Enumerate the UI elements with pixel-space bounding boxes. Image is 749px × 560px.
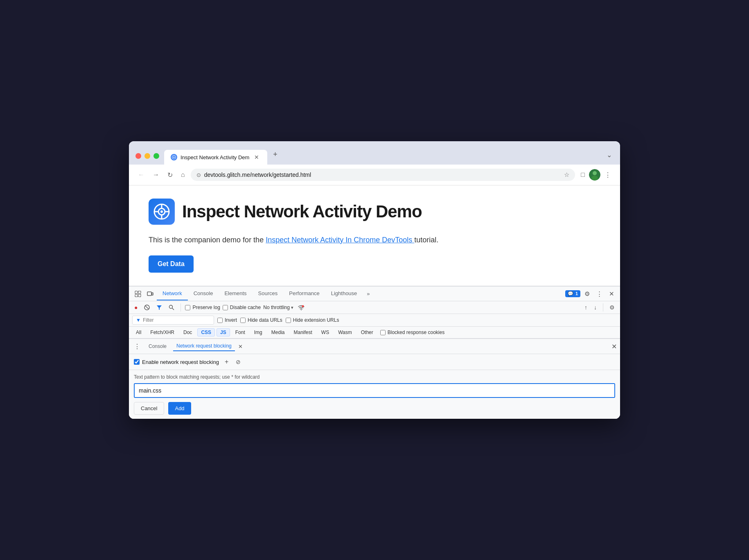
minimize-traffic-light[interactable] bbox=[144, 153, 150, 159]
filter-input-wrapper: ▼ bbox=[132, 316, 214, 325]
disable-cache-input[interactable] bbox=[223, 305, 228, 310]
address-input[interactable] bbox=[204, 172, 561, 178]
blocking-panel-tab[interactable]: Network request blocking bbox=[173, 341, 235, 351]
bottom-panel-header: ⋮ Console Network request blocking ✕ ✕ bbox=[129, 339, 620, 354]
toolbar-separator-2 bbox=[603, 303, 603, 312]
add-blocking-button[interactable]: Add bbox=[168, 402, 191, 415]
devtools-more-button[interactable]: ⋮ bbox=[594, 289, 605, 299]
blocked-cookies-input[interactable] bbox=[380, 330, 386, 335]
record-button[interactable]: ● bbox=[132, 303, 140, 312]
tab-title: Inspect Network Activity Dem bbox=[180, 154, 249, 160]
clear-patterns-button[interactable]: ⊘ bbox=[234, 358, 242, 366]
filter-toggle-button[interactable] bbox=[154, 303, 164, 312]
disable-cache-label: Disable cache bbox=[230, 305, 261, 310]
filter-bar: ▼ Invert Hide data URLs Hide extension U… bbox=[129, 314, 620, 327]
hide-data-urls-input[interactable] bbox=[240, 318, 246, 323]
filter-chip-js[interactable]: JS bbox=[217, 328, 230, 336]
block-pattern-input[interactable] bbox=[134, 383, 615, 398]
profile-avatar[interactable] bbox=[589, 169, 600, 181]
home-button[interactable]: ⌂ bbox=[178, 169, 187, 180]
filter-chip-manifest[interactable]: Manifest bbox=[290, 328, 316, 336]
tab-close-button[interactable]: ✕ bbox=[253, 153, 261, 161]
filter-chip-css[interactable]: CSS bbox=[197, 328, 215, 336]
cancel-pattern-button[interactable]: Cancel bbox=[134, 402, 164, 415]
chrome-menu-button[interactable]: ⋮ bbox=[602, 169, 614, 181]
filter-chip-other[interactable]: Other bbox=[357, 328, 377, 336]
block-pattern-description: Text pattern to block matching requests;… bbox=[134, 374, 615, 380]
network-toolbar-right: ↑ ↓ ⚙ bbox=[582, 303, 617, 312]
filter-chip-media[interactable]: Media bbox=[268, 328, 289, 336]
page-title: Inspect Network Activity Demo bbox=[182, 202, 422, 221]
tab-elements[interactable]: Elements bbox=[219, 287, 252, 300]
search-button[interactable] bbox=[167, 303, 176, 312]
more-tabs-button[interactable]: » bbox=[363, 287, 374, 300]
hide-extension-urls-checkbox[interactable]: Hide extension URLs bbox=[286, 317, 339, 323]
close-traffic-light[interactable] bbox=[135, 153, 141, 159]
panel-menu-button[interactable]: ⋮ bbox=[132, 342, 142, 351]
maximize-traffic-light[interactable] bbox=[153, 153, 159, 159]
new-tab-button[interactable]: + bbox=[267, 147, 283, 165]
disable-cache-checkbox[interactable]: Disable cache bbox=[223, 305, 261, 310]
filter-chip-font[interactable]: Font bbox=[232, 328, 249, 336]
svg-rect-16 bbox=[147, 292, 151, 296]
filter-chip-img[interactable]: Img bbox=[250, 328, 266, 336]
page-header: Inspect Network Activity Demo bbox=[149, 199, 600, 225]
filter-chip-all[interactable]: All bbox=[132, 328, 145, 336]
tab-performance[interactable]: Performance bbox=[283, 287, 325, 300]
bottom-panel-close[interactable]: ✕ bbox=[611, 343, 617, 350]
filter-chip-wasm[interactable]: Wasm bbox=[334, 328, 356, 336]
invert-label: Invert bbox=[225, 317, 237, 323]
tab-list-button[interactable]: ⌄ bbox=[607, 151, 614, 165]
element-picker-button[interactable] bbox=[132, 289, 144, 299]
filter-chip-ws[interactable]: WS bbox=[318, 328, 333, 336]
reload-button[interactable]: ↻ bbox=[165, 169, 175, 181]
wifi-emulation-button[interactable] bbox=[296, 303, 307, 312]
svg-rect-14 bbox=[135, 294, 138, 297]
svg-point-1 bbox=[174, 157, 175, 158]
network-settings-button[interactable]: ⚙ bbox=[607, 303, 617, 312]
hide-data-urls-checkbox[interactable]: Hide data URLs bbox=[240, 317, 282, 323]
throttle-control[interactable]: No throttling ▾ bbox=[263, 305, 293, 310]
throttle-arrow: ▾ bbox=[291, 305, 293, 310]
console-panel-tab[interactable]: Console bbox=[145, 342, 170, 351]
back-button[interactable]: ← bbox=[135, 169, 147, 180]
tab-console[interactable]: Console bbox=[188, 287, 219, 300]
tab-lighthouse[interactable]: Lighthouse bbox=[325, 287, 363, 300]
tab-sources[interactable]: Sources bbox=[253, 287, 284, 300]
devtools-panel: Network Console Elements Sources Perform… bbox=[129, 286, 620, 419]
enable-blocking-section: Enable network request blocking + ⊘ bbox=[129, 354, 620, 370]
export-button[interactable]: ↓ bbox=[592, 303, 599, 312]
preserve-log-checkbox[interactable]: Preserve log bbox=[185, 305, 220, 310]
get-data-button[interactable]: Get Data bbox=[149, 255, 194, 273]
preserve-log-input[interactable] bbox=[185, 305, 190, 310]
active-tab[interactable]: Inspect Network Activity Dem ✕ bbox=[164, 150, 267, 165]
forward-button[interactable]: → bbox=[150, 169, 162, 180]
enable-blocking-input[interactable] bbox=[134, 359, 140, 365]
tutorial-link[interactable]: Inspect Network Activity In Chrome DevTo… bbox=[266, 236, 414, 244]
invert-checkbox[interactable]: Invert bbox=[217, 317, 237, 323]
network-toolbar: ● Preserve log bbox=[129, 301, 620, 314]
svg-line-22 bbox=[172, 308, 174, 310]
filter-chip-fetchxhr[interactable]: Fetch/XHR bbox=[147, 328, 178, 336]
devtools-settings-button[interactable]: ⚙ bbox=[582, 289, 592, 299]
blocking-tab-close[interactable]: ✕ bbox=[238, 343, 243, 350]
bookmark-icon[interactable]: ☆ bbox=[564, 171, 569, 178]
hide-extension-urls-input[interactable] bbox=[286, 318, 291, 323]
tab-network[interactable]: Network bbox=[157, 287, 188, 300]
device-toolbar-button[interactable] bbox=[144, 289, 156, 299]
enable-blocking-checkbox[interactable]: Enable network request blocking bbox=[134, 359, 219, 365]
filter-input[interactable] bbox=[143, 317, 208, 323]
extensions-button[interactable]: □ bbox=[578, 169, 587, 180]
devtools-right-buttons: 💬 1 ⚙ ⋮ ✕ bbox=[565, 289, 617, 299]
invert-input[interactable] bbox=[217, 318, 223, 323]
type-filter-bar: All Fetch/XHR Doc CSS JS Font Img Media … bbox=[129, 327, 620, 339]
import-button[interactable]: ↑ bbox=[582, 303, 589, 312]
devtools-close-button[interactable]: ✕ bbox=[607, 289, 617, 299]
clear-network-button[interactable] bbox=[142, 303, 152, 312]
svg-point-7 bbox=[160, 210, 163, 213]
filter-chip-doc[interactable]: Doc bbox=[180, 328, 196, 336]
address-bar[interactable]: ⊙ ☆ bbox=[191, 169, 575, 181]
svg-line-19 bbox=[145, 306, 149, 309]
blocked-cookies-checkbox[interactable]: Blocked response cookies bbox=[380, 330, 444, 335]
add-pattern-button[interactable]: + bbox=[222, 357, 231, 366]
